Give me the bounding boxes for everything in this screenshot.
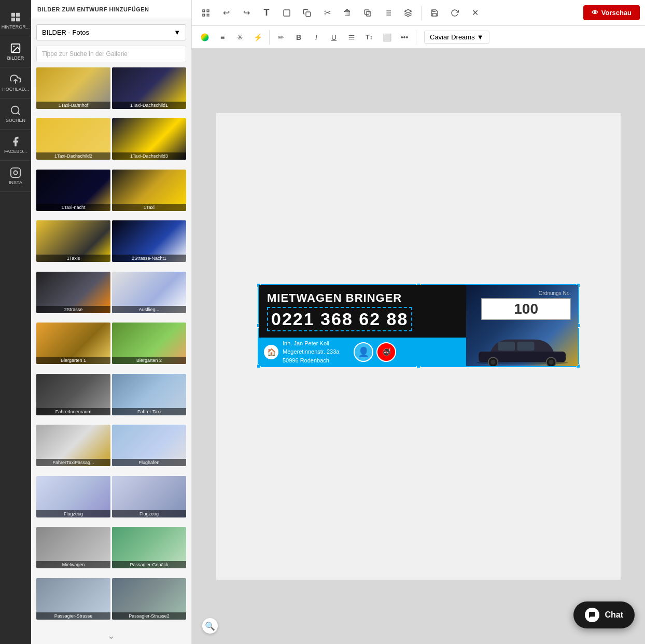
zoom-out-icon: 🔍 xyxy=(205,621,215,631)
list-item[interactable]: Mietwagen xyxy=(36,527,110,568)
banner-container[interactable]: MIETWAGEN BRINGER 0221 368 62 88 🏠 Inh. … xyxy=(258,284,579,367)
font-selector[interactable]: Caviar Dreams ▼ xyxy=(424,31,489,44)
canvas-area[interactable]: MIETWAGEN BRINGER 0221 368 62 88 🏠 Inh. … xyxy=(192,49,645,644)
save-button[interactable] xyxy=(426,4,443,22)
text-button[interactable]: T xyxy=(258,4,275,22)
car-silhouette xyxy=(473,330,571,366)
list-item[interactable]: 1Taxi-Dachschild2 xyxy=(36,118,110,160)
person-icon-circle: 👤 xyxy=(354,342,373,362)
chat-icon xyxy=(588,611,596,619)
copy-button[interactable] xyxy=(298,4,316,22)
vorschau-button[interactable]: 👁 Vorschau xyxy=(583,5,640,20)
banner-phone: 0221 368 62 88 xyxy=(267,307,412,331)
second-toolbar: ≡ ✳ ⚡ ✏ B I U T↕ ⬜ ••• Caviar Dreams ▼ xyxy=(192,26,645,49)
more-button[interactable]: ••• xyxy=(397,30,412,45)
list-item[interactable]: Fahrer Taxi xyxy=(112,374,186,415)
list-item[interactable]: 1Taxi-Dachschild3 xyxy=(112,118,186,160)
sidebar: HINTERGR... BILDER HOCHLAD... SUCHEN FAC… xyxy=(0,0,31,644)
sidebar-item-hintergrund[interactable]: HINTERGR... xyxy=(0,5,31,36)
sidebar-item-bilder[interactable]: BILDER xyxy=(0,36,31,67)
list-item[interactable]: 2Strasse-Nacht1 xyxy=(112,220,186,262)
redo-button[interactable]: ↪ xyxy=(237,4,255,22)
color-button[interactable] xyxy=(197,30,213,45)
list-item[interactable]: FahrerTaxiPassag... xyxy=(36,425,110,466)
shape-button[interactable] xyxy=(278,4,296,22)
image-label: 1Taxi-Bahnhof xyxy=(36,102,110,109)
color-icon xyxy=(200,32,210,43)
list-item[interactable]: 2Strasse xyxy=(36,272,110,313)
banner-blue-bar: 🏠 Inh. Jan Peter Koll Megeretinnenstr. 2… xyxy=(259,338,466,366)
layers-button[interactable] xyxy=(399,4,417,22)
image-grid: 1Taxi-Bahnhof 1Taxi-Dachschild1 1Taxi-Da… xyxy=(31,67,191,627)
flash-button[interactable]: ⚡ xyxy=(250,30,265,45)
top-toolbar: ↩ ↪ T ✂ 🗑 xyxy=(192,0,645,26)
svg-rect-33 xyxy=(349,35,355,35)
banner-address: Inh. Jan Peter Koll Megeretinnenstr. 233… xyxy=(283,339,339,365)
scroll-indicator: ⌄ xyxy=(31,627,191,644)
image-label: Passagier-Strasse xyxy=(36,612,110,620)
italic-button[interactable]: I xyxy=(309,30,324,45)
align-icon xyxy=(384,9,392,17)
cut-button[interactable]: ✂ xyxy=(318,4,336,22)
delete-button[interactable]: 🗑 xyxy=(339,4,356,22)
image-search-box[interactable]: Tippe zur Suche in der Gallerie xyxy=(36,46,186,62)
align-left-button[interactable]: ≡ xyxy=(215,30,230,45)
list-item[interactable]: Passagier-Strasse2 xyxy=(112,578,186,620)
image-panel-header: BILDER ZUM ENTWURF HINZUFÜGEN xyxy=(31,0,191,19)
list-item[interactable]: Flugzeug xyxy=(112,476,186,517)
zoom-out-button[interactable]: 🔍 xyxy=(202,618,218,634)
sidebar-item-facebook[interactable]: FACEBO... xyxy=(0,130,31,161)
sidebar-item-suchen[interactable]: SUCHEN xyxy=(0,99,31,130)
chat-bubble-icon xyxy=(585,608,599,622)
chat-button[interactable]: Chat xyxy=(573,601,635,628)
list-item[interactable]: 1Taxi-nacht xyxy=(36,170,110,211)
svg-marker-31 xyxy=(404,9,411,13)
svg-line-8 xyxy=(18,113,20,115)
list-item[interactable]: Biergarten 1 xyxy=(36,323,110,364)
image-label: Passagier-Strasse2 xyxy=(112,612,186,620)
image-panel-dropdown[interactable]: BILDER - Fotos ▼ xyxy=(36,24,186,40)
address-line1: Inh. Jan Peter Koll xyxy=(283,339,339,348)
close-button[interactable]: ✕ xyxy=(466,4,484,22)
svg-rect-9 xyxy=(11,168,20,177)
list-item[interactable]: Ausflieg... xyxy=(112,272,186,313)
image-label: FahrerTaxiPassag... xyxy=(36,459,110,466)
svg-point-7 xyxy=(11,106,19,114)
underline-button[interactable]: U xyxy=(326,30,342,45)
list-item[interactable]: 1Taxi xyxy=(112,170,186,211)
list-item[interactable]: Passagier-Gepäck xyxy=(112,527,186,568)
image-label: Flugzeug xyxy=(36,510,110,517)
justify-button[interactable] xyxy=(344,30,359,45)
list-item[interactable]: 1Taxi-Dachschild1 xyxy=(112,67,186,109)
save-icon xyxy=(430,9,439,17)
bold-button[interactable]: B xyxy=(291,30,306,45)
list-item[interactable]: FahrerInnenraum xyxy=(36,374,110,415)
list-item[interactable]: Flughafen xyxy=(112,425,186,466)
text-size-button[interactable]: T↕ xyxy=(361,30,377,45)
svg-point-43 xyxy=(549,360,553,365)
image-label: 1Taxi-Dachschild3 xyxy=(112,152,186,160)
list-item[interactable]: 1Taxis xyxy=(36,220,110,262)
asterisk-button[interactable]: ✳ xyxy=(232,30,248,45)
person-icon: 👤 xyxy=(358,346,369,358)
list-item[interactable]: Biergarten 2 xyxy=(112,323,186,364)
dropdown-label: BILDER - Fotos xyxy=(42,29,89,36)
sidebar-item-hochladen[interactable]: HOCHLAD... xyxy=(0,67,31,99)
sidebar-item-insta[interactable]: INSTA xyxy=(0,161,31,192)
undo-button[interactable]: ↩ xyxy=(217,4,235,22)
list-item[interactable]: 1Taxi-Bahnhof xyxy=(36,67,110,109)
align-button[interactable] xyxy=(379,4,397,22)
list-item[interactable]: Flugzeug xyxy=(36,476,110,517)
svg-rect-20 xyxy=(208,15,209,16)
list-item[interactable]: Passagier-Strasse xyxy=(36,578,110,620)
image-label: Ausflieg... xyxy=(112,306,186,313)
text-box-button[interactable]: ⬜ xyxy=(379,30,395,45)
banner-company-name: MIETWAGEN BRINGER xyxy=(267,291,458,305)
search-placeholder: Tippe zur Suche in der Gallerie xyxy=(42,50,128,58)
duplicate-button[interactable] xyxy=(359,4,376,22)
qr-button[interactable] xyxy=(197,4,215,22)
sidebar-label-suchen: SUCHEN xyxy=(6,118,25,123)
refresh-button[interactable] xyxy=(446,4,464,22)
pencil-button[interactable]: ✏ xyxy=(273,30,289,45)
svg-rect-38 xyxy=(498,342,515,351)
